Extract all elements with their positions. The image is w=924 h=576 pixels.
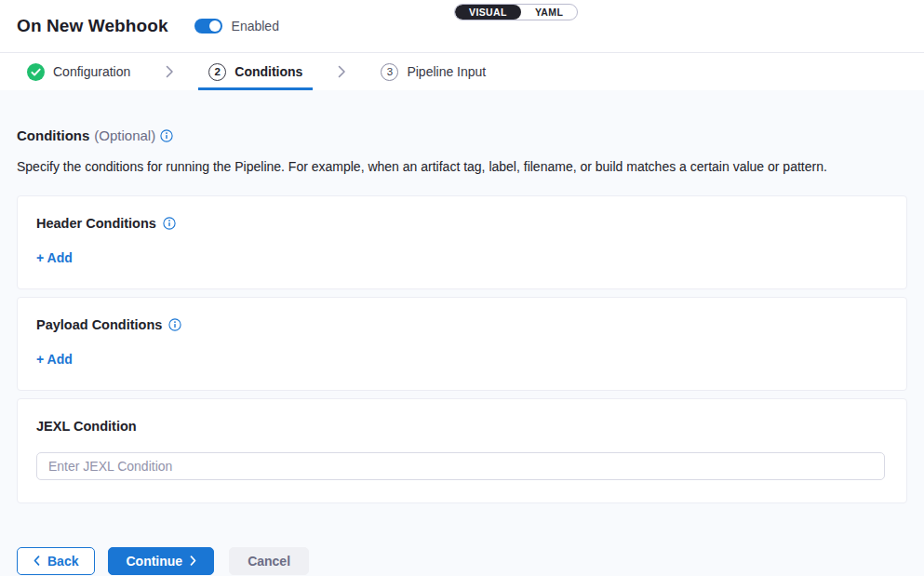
step-label-configuration: Configuration [53, 64, 130, 79]
add-header-condition-button[interactable]: + Add [36, 250, 73, 265]
continue-button[interactable]: Continue [108, 547, 214, 575]
info-icon[interactable] [168, 318, 181, 331]
info-icon[interactable] [160, 129, 173, 142]
enabled-toggle-label: Enabled [232, 19, 279, 33]
section-title: Conditions [17, 127, 89, 143]
section-optional-label: (Optional) [94, 127, 155, 143]
step-label-conditions: Conditions [234, 64, 302, 79]
toggle-knob [209, 20, 221, 32]
cancel-button[interactable]: Cancel [229, 547, 309, 575]
step-pipeline-input[interactable]: 3 Pipeline Input [370, 53, 496, 90]
cancel-button-label: Cancel [248, 554, 290, 569]
back-button-label: Back [47, 554, 78, 569]
check-circle-icon [27, 63, 45, 81]
jexl-condition-card: JEXL Condition [17, 398, 907, 503]
step-number-badge: 2 [208, 63, 226, 81]
add-payload-condition-button[interactable]: + Add [36, 352, 73, 367]
chevron-right-icon [165, 65, 174, 78]
page-header: On New Webhook Enabled VISUAL YAML [0, 0, 924, 53]
chevron-left-icon [33, 556, 40, 566]
header-conditions-card: Header Conditions + Add [17, 195, 907, 289]
step-number-badge: 3 [381, 63, 398, 81]
jexl-condition-title: JEXL Condition [36, 419, 137, 434]
section-title-row: Conditions (Optional) [17, 90, 907, 143]
main-content: Conditions (Optional) Specify the condit… [0, 90, 924, 576]
visual-yaml-toggle: VISUAL YAML [454, 4, 578, 20]
section-description: Specify the conditions for running the P… [17, 158, 907, 176]
payload-conditions-card: Payload Conditions + Add [17, 297, 907, 391]
enabled-toggle-group: Enabled [194, 19, 279, 33]
step-configuration[interactable]: Configuration [17, 53, 141, 90]
card-title-row: JEXL Condition [36, 419, 888, 434]
tab-yaml[interactable]: YAML [521, 5, 577, 20]
back-button[interactable]: Back [17, 547, 95, 575]
card-title-row: Payload Conditions [36, 317, 888, 332]
enabled-toggle[interactable] [194, 19, 222, 33]
jexl-condition-input[interactable] [36, 452, 885, 480]
header-conditions-title: Header Conditions [36, 216, 156, 231]
page-title: On New Webhook [17, 16, 168, 36]
payload-conditions-title: Payload Conditions [36, 317, 162, 332]
continue-button-label: Continue [126, 554, 182, 569]
card-title-row: Header Conditions [36, 216, 888, 231]
step-conditions[interactable]: 2 Conditions [198, 53, 313, 90]
wizard-stepper: Configuration 2 Conditions 3 Pipeline In… [0, 53, 924, 90]
step-label-pipeline-input: Pipeline Input [407, 64, 486, 79]
chevron-right-icon [190, 556, 196, 566]
chevron-right-icon [337, 65, 346, 78]
info-icon[interactable] [163, 217, 176, 230]
footer-actions: Back Continue Cancel [17, 547, 907, 575]
tab-visual[interactable]: VISUAL [455, 5, 521, 20]
